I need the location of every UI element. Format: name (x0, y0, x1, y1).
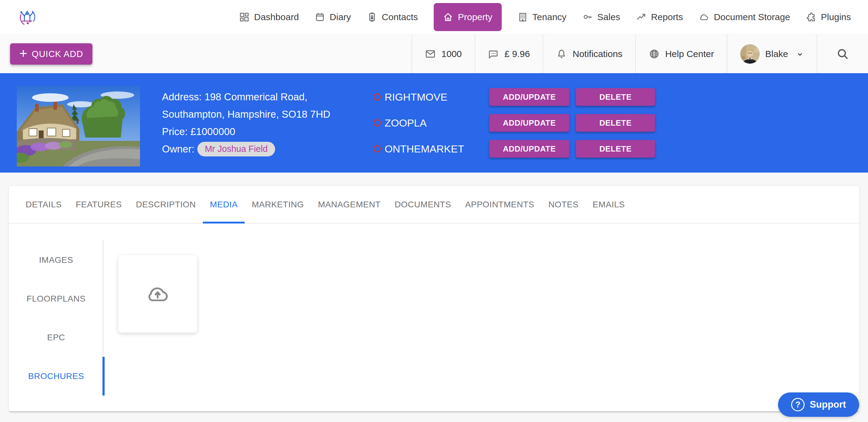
portal-list: RIGHTMOVE ZOOPLA ONTHEMARKET (373, 88, 489, 158)
nav-item-dashboard[interactable]: Dashboard (239, 12, 299, 22)
add-update-button[interactable]: ADD/UPDATE (489, 140, 569, 158)
tab-emails[interactable]: EMAILS (586, 186, 632, 223)
support-label: Support (810, 399, 846, 410)
tab-media[interactable]: MEDIA (203, 186, 245, 223)
user-name: Blake (765, 49, 788, 59)
add-update-button[interactable]: ADD/UPDATE (489, 88, 569, 106)
brand-logo-icon[interactable] (17, 7, 37, 27)
sidebar-item-brochures[interactable]: BROCHURES (9, 357, 103, 395)
portal-status-icon (373, 93, 381, 101)
nav-item-property[interactable]: Property (434, 3, 501, 31)
property-info: Address: 198 Commerical Road, Southampto… (162, 88, 365, 158)
property-detail-card: DETAILS FEATURES DESCRIPTION MEDIA MARKE… (9, 186, 859, 412)
sidebar-item-epc[interactable]: EPC (9, 318, 103, 357)
tab-notes[interactable]: NOTES (541, 186, 586, 223)
delete-button[interactable]: DELETE (576, 114, 655, 132)
portal-actions-onthemarket: ADD/UPDATE DELETE (489, 140, 655, 158)
nav-item-contacts[interactable]: Contacts (367, 12, 418, 22)
active-indicator (102, 357, 104, 395)
balance-amount: £ 9.96 (504, 49, 530, 59)
owner-chip[interactable]: Mr Joshua Field (197, 142, 275, 156)
notifications-label: Notifications (572, 49, 622, 59)
mail-counter[interactable]: 1000 (411, 34, 474, 73)
contact-card-icon (367, 12, 377, 22)
portal-name: ONTHEMARKET (384, 143, 464, 155)
cloud-icon (699, 12, 709, 22)
address-line-1: Address: 198 Commerical Road, (162, 88, 365, 105)
sidebar-item-floorplans[interactable]: FLOORPLANS (9, 279, 103, 318)
owner-row: Owner: Mr Joshua Field (162, 140, 365, 158)
quick-add-label: QUICK ADD (32, 49, 83, 59)
top-nav: Dashboard Diary Contacts (0, 0, 868, 34)
sidebar-item-label: BROCHURES (28, 371, 84, 381)
portal-row-onthemarket: ONTHEMARKET (373, 140, 489, 158)
quick-add-button[interactable]: + QUICK ADD (10, 43, 92, 65)
key-icon (582, 12, 593, 22)
nav-item-plugins[interactable]: Plugins (806, 12, 851, 22)
help-center-button[interactable]: Help Center (635, 34, 727, 73)
search-icon (836, 47, 849, 60)
support-button[interactable]: ? Support (778, 392, 859, 417)
media-sidebar: IMAGES FLOORPLANS EPC BROCHURES (9, 224, 103, 412)
toolbar: + QUICK ADD 1000 £ 9.96 (0, 34, 868, 73)
tab-features[interactable]: FEATURES (69, 186, 129, 223)
delete-button[interactable]: DELETE (576, 88, 655, 106)
price-line: Price: £1000000 (162, 123, 365, 140)
nav-label: Property (458, 12, 492, 22)
brochures-panel (103, 224, 859, 412)
property-banner: Address: 198 Commerical Road, Southampto… (0, 73, 868, 172)
nav-item-reports[interactable]: Reports (636, 12, 683, 22)
tab-description[interactable]: DESCRIPTION (129, 186, 203, 223)
portal-name: RIGHTMOVE (384, 91, 447, 103)
portal-status-icon (373, 145, 381, 153)
delete-button[interactable]: DELETE (576, 140, 655, 158)
owner-label: Owner: (162, 140, 194, 158)
nav-label: Contacts (382, 12, 418, 22)
search-button[interactable] (817, 34, 868, 73)
tab-management[interactable]: MANAGEMENT (311, 186, 388, 223)
dashboard-grid-icon (239, 12, 249, 22)
nav-label: Tenancy (532, 12, 567, 22)
nav-item-tenancy[interactable]: Tenancy (518, 12, 567, 22)
puzzle-icon (806, 12, 816, 22)
address-line-2: Southampton, Hampshire, SO18 7HD (162, 105, 365, 123)
question-circle-icon: ? (791, 398, 805, 411)
portal-row-rightmove: RIGHTMOVE (373, 88, 489, 106)
tab-documents[interactable]: DOCUMENTS (388, 186, 458, 223)
nav-label: Document Storage (714, 12, 790, 22)
portal-actions: ADD/UPDATE DELETE ADD/UPDATE DELETE ADD/… (489, 88, 655, 158)
notifications-button[interactable]: Notifications (542, 34, 635, 73)
help-center-label: Help Center (665, 49, 714, 59)
nav-item-diary[interactable]: Diary (315, 12, 351, 22)
portal-name: ZOOPLA (384, 117, 427, 129)
portal-actions-zoopla: ADD/UPDATE DELETE (489, 114, 655, 132)
chat-bubble-icon (488, 48, 499, 60)
nav-label: Dashboard (254, 12, 299, 22)
calendar-icon (315, 12, 325, 22)
add-update-button[interactable]: ADD/UPDATE (489, 114, 569, 132)
property-photo[interactable] (17, 86, 140, 166)
balance-indicator[interactable]: £ 9.96 (474, 34, 542, 73)
nav-label: Plugins (821, 12, 851, 22)
building-icon (518, 12, 528, 22)
upload-dropzone[interactable] (118, 255, 197, 333)
nav-item-sales[interactable]: Sales (582, 12, 620, 22)
tab-details[interactable]: DETAILS (19, 186, 69, 223)
tab-appointments[interactable]: APPOINTMENTS (458, 186, 541, 223)
main-nav: Dashboard Diary Contacts (239, 3, 851, 31)
chevron-down-icon (796, 50, 804, 58)
sidebar-item-images[interactable]: IMAGES (9, 240, 103, 279)
nav-label: Sales (597, 12, 620, 22)
bell-icon (556, 48, 567, 60)
tab-marketing[interactable]: MARKETING (245, 186, 311, 223)
nav-label: Diary (330, 12, 351, 22)
user-menu[interactable]: Blake (727, 34, 817, 73)
home-icon (443, 12, 453, 22)
globe-icon (649, 48, 660, 60)
envelope-icon (425, 48, 436, 60)
tabs-row: DETAILS FEATURES DESCRIPTION MEDIA MARKE… (9, 186, 859, 224)
toolbar-right: 1000 £ 9.96 Notifications (411, 34, 868, 73)
nav-item-document-storage[interactable]: Document Storage (699, 12, 790, 22)
portal-row-zoopla: ZOOPLA (373, 114, 489, 132)
portal-status-icon (373, 119, 381, 127)
